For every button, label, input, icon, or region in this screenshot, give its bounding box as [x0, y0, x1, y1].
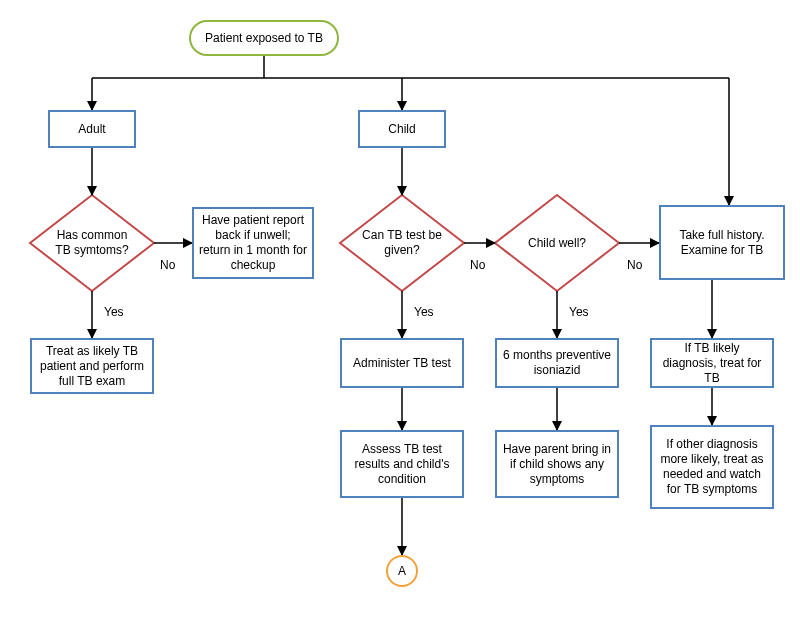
process-other-dx: If other diagnosis more likely, treat as… [650, 425, 774, 509]
flowchart-svg [0, 0, 800, 638]
d-can-test-label: Can TB test be given? [360, 228, 444, 258]
process-full-history: Take full history. Examine for TB [659, 205, 785, 280]
decision-adult-symptoms-text: Has common TB symtoms? [46, 214, 138, 272]
decision-can-test-text: Can TB test be given? [356, 214, 448, 272]
other-dx-label: If other diagnosis more likely, treat as… [656, 437, 768, 497]
process-assess: Assess TB test results and child's condi… [340, 430, 464, 498]
full-exam-label: Treat as likely TB patient and perform f… [36, 344, 148, 389]
edge-label-adult-yes: Yes [104, 305, 124, 319]
d-child-well-label: Child well? [528, 236, 586, 251]
process-isoniazid: 6 months preventive isoniazid [495, 338, 619, 388]
process-full-exam: Treat as likely TB patient and perform f… [30, 338, 154, 394]
process-report-back: Have patient report back if unwell; retu… [192, 207, 314, 279]
connector-a-label: A [398, 564, 406, 579]
report-back-label: Have patient report back if unwell; retu… [198, 213, 308, 273]
process-bring-in: Have parent bring in if child shows any … [495, 430, 619, 498]
start-terminator: Patient exposed to TB [189, 20, 339, 56]
connector-a: A [386, 555, 418, 587]
process-treat-tb: If TB likely diagnosis, treat for TB [650, 338, 774, 388]
process-administer-test: Administer TB test [340, 338, 464, 388]
child-label: Child [388, 122, 415, 137]
edge-label-child-well-no: No [627, 258, 642, 272]
process-child: Child [358, 110, 446, 148]
process-adult: Adult [48, 110, 136, 148]
treat-tb-label: If TB likely diagnosis, treat for TB [656, 341, 768, 386]
isoniazid-label: 6 months preventive isoniazid [501, 348, 613, 378]
start-label: Patient exposed to TB [205, 31, 323, 46]
adult-label: Adult [78, 122, 105, 137]
assess-label: Assess TB test results and child's condi… [346, 442, 458, 487]
bring-in-label: Have parent bring in if child shows any … [501, 442, 613, 487]
decision-child-well-text: Child well? [511, 214, 603, 272]
full-history-label: Take full history. Examine for TB [665, 228, 779, 258]
edge-label-child-well-yes: Yes [569, 305, 589, 319]
administer-label: Administer TB test [353, 356, 451, 371]
d-adult-sym-label: Has common TB symtoms? [50, 228, 134, 258]
edge-label-can-test-no: No [470, 258, 485, 272]
edge-label-adult-no: No [160, 258, 175, 272]
edge-label-can-test-yes: Yes [414, 305, 434, 319]
